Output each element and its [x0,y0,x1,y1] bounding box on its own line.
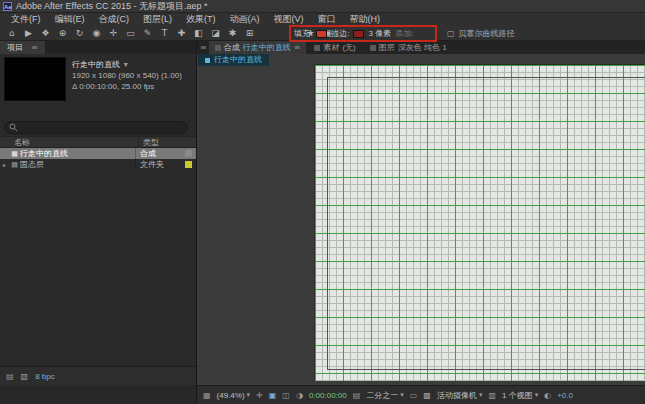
chevron-down-icon: ▾ [247,391,251,399]
eraser-tool[interactable]: ◪ [207,28,224,38]
stroke-color-swatch[interactable] [353,30,364,38]
tab-icon [370,45,376,51]
label-color-chip[interactable] [185,161,192,168]
grid-inner-border [327,77,645,370]
clone-stamp-tool[interactable]: ◧ [190,28,207,38]
view-count-value: 1 个视图 [502,390,533,401]
view-layout-icon[interactable]: ▥ [488,391,496,400]
color-depth-button[interactable]: 8 bpc [35,372,55,381]
project-row-0[interactable]: ▦行走中的直线合成 [0,148,196,159]
puppet-pin-tool[interactable]: ⊞ [241,28,258,38]
column-header-name[interactable]: 名称 [0,137,138,148]
search-icon [9,123,18,132]
panel-menu-icon[interactable]: ≡ [31,41,38,54]
viewer-footer: ▦ (49.4%) ▾ ✛ ▣ ◫ ◑ 0:00:00:00 ▤ 二分之一 ▾ … [196,385,645,404]
region-of-interest-icon[interactable]: ▭ [410,391,418,400]
tab-icon [215,45,221,51]
magnification-select[interactable]: (49.4%) ▾ [217,391,251,400]
composition-canvas[interactable] [314,64,645,381]
selection-tool[interactable]: ▶ [20,28,37,38]
chevron-down-icon: ▾ [535,391,539,399]
transparency-grid-icon[interactable]: ▩ [423,391,431,400]
chevron-down-icon: ▾ [400,391,404,399]
menu-item-6[interactable]: 视图(V) [267,13,311,26]
fill-color-swatch[interactable] [316,30,327,38]
viewer-mini-tab[interactable]: 行走中的直线 [198,54,269,66]
new-folder-icon[interactable]: ▧ [21,372,29,381]
menu-item-2[interactable]: 合成(C) [92,13,137,26]
interpret-footage-icon[interactable]: ▤ [6,372,14,381]
label-color-chip[interactable] [185,150,192,157]
flowchart-icon[interactable]: ▤ [353,391,361,400]
tab-project[interactable]: 项目 ≡ [0,41,45,54]
camera-value: 活动摄像机 [437,390,477,401]
exposure-value[interactable]: +0.0 [557,391,573,400]
shape-tool[interactable]: ▭ [122,28,139,38]
twirl-icon[interactable]: ▸ [0,161,9,168]
tab-footage[interactable]: 素材 (无) [308,41,361,54]
window-title: Adobe After Effects CC 2015 - 无标题项目.aep … [16,0,207,13]
selected-item-duration: Δ 0:00:10:00, 25.00 fps [72,81,182,92]
tab-composition[interactable]: 合成 行走中的直线 ≡ [209,41,307,54]
safe-margins-icon[interactable]: ✛ [256,391,263,400]
project-footer: ▤ ▧ 8 bpc [0,366,196,385]
menu-item-8[interactable]: 帮助(H) [343,13,388,26]
home-tool[interactable]: ⌂ [3,28,20,38]
menu-item-7[interactable]: 窗口 [311,13,343,26]
item-name: 固态层 [20,159,135,170]
menu-item-0[interactable]: 文件(F) [4,13,48,26]
zoom-tool[interactable]: ⊕ [54,28,71,38]
stroke-width-value[interactable]: 3 像素 [368,28,391,39]
tab-layer[interactable]: 图层 深灰色 纯色 1 [364,41,453,54]
snapshot-icon[interactable]: ◫ [282,391,290,400]
tab-layer-detail: 深灰色 纯色 1 [398,41,447,54]
rotation-tool[interactable]: ↻ [71,28,88,38]
menu-item-5[interactable]: 动画(A) [223,13,267,26]
pan-behind-tool[interactable]: ✛ [105,28,122,38]
resolution-value: 二分之一 [366,390,398,401]
tab-project-label: 项目 [7,41,23,54]
stroke-label: 描边: [331,28,349,39]
mask-visibility-icon[interactable]: ▣ [269,391,277,400]
titlebar: Ae Adobe After Effects CC 2015 - 无标题项目.a… [0,0,645,13]
tab-comp-label: 合成 [224,41,240,54]
tab-footage-detail: (无) [342,41,355,54]
menu-item-3[interactable]: 图层(L) [136,13,179,26]
menu-item-4[interactable]: 效果(T) [179,13,223,26]
hand-tool[interactable]: ❖ [37,28,54,38]
current-time[interactable]: 0:00:00:00 [309,391,347,400]
resolution-select[interactable]: 二分之一 ▾ [366,390,404,401]
column-header-type[interactable]: 类型 [138,137,196,148]
brush-tool[interactable]: ✚ [173,28,190,38]
selected-item-info: 行走中的直线 ▼ 1920 x 1080 (960 x 540) (1.00) … [72,59,182,92]
grid-options-icon[interactable]: ▦ [203,391,211,400]
viewer-mini-tab-label: 行走中的直线 [214,54,262,66]
menu-item-1[interactable]: 编辑(E) [48,13,92,26]
magnification-value: (49.4%) [217,391,245,400]
search-input[interactable] [4,121,188,134]
bezier-path-option[interactable]: ▢ 贝塞尔曲线路径 [447,26,515,41]
item-type: 合成 [135,148,181,159]
bezier-checkbox[interactable]: ▢ [447,29,455,38]
camera-tool[interactable]: ◉ [88,28,105,38]
selected-item-name: 行走中的直线 [72,60,120,69]
exposure-icon[interactable]: ◐ [544,391,551,400]
tab-icon [314,45,320,51]
camera-select[interactable]: 活动摄像机 ▾ [437,390,483,401]
roto-brush-tool[interactable]: ✱ [224,28,241,38]
composition-panel: ≡ 合成 行走中的直线 ≡ 素材 (无) 图层 深灰色 纯色 1 行走中的直线 [196,41,645,385]
pen-tool[interactable]: ✎ [139,28,156,38]
active-comp-dot [205,58,210,63]
bezier-label: 贝塞尔曲线路径 [459,28,515,39]
chevron-down-icon: ▾ [479,391,483,399]
project-row-1[interactable]: ▸▤固态层文件夹 [0,159,196,170]
add-label[interactable]: 添加: [395,28,413,39]
type-tool[interactable]: T [156,28,173,38]
channel-icon[interactable]: ◑ [296,391,303,400]
composition-viewport[interactable]: 行走中的直线 [197,54,645,385]
viewer-tabstrip: ≡ 合成 行走中的直线 ≡ 素材 (无) 图层 深灰色 纯色 1 [197,41,645,54]
view-count-select[interactable]: 1 个视图 ▾ [502,390,538,401]
panel-menu-icon[interactable]: ≡ [200,43,207,52]
chevron-down-icon[interactable]: ▼ [122,61,129,68]
tab-menu-icon[interactable]: ≡ [294,41,301,54]
